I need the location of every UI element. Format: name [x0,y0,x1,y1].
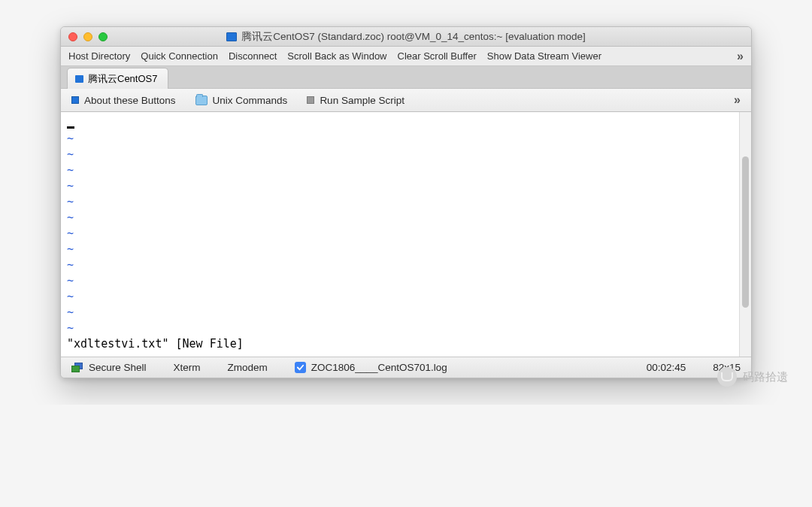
app-window: 腾讯云CentOS7 (Standard.zoc) root@VM_0_14_c… [60,26,752,378]
minimize-button[interactable] [83,32,92,41]
vim-tilde-line: ~ [67,226,74,240]
menubar-overflow-icon[interactable]: » [737,50,744,63]
terminal-app-icon [226,32,237,41]
tabstrip: 腾讯云CentOS7 [61,66,751,89]
square-grey-icon [307,96,314,104]
vim-status-line: "xdltestvi.txt" [New File] [67,337,244,351]
window-title: 腾讯云CentOS7 (Standard.zoc) root@VM_0_14_c… [241,30,586,44]
vim-tilde-line: ~ [67,305,74,319]
status-elapsed-time: 00:02:45 [647,362,686,373]
vim-tilde-line: ~ [67,290,74,303]
traffic-lights [68,32,108,41]
status-logfile[interactable]: ZOC1806____CentOS701.log [295,362,447,373]
vim-tilde-line: ~ [67,242,74,256]
terminal-output[interactable]: ~ ~ ~ ~ ~ ~ ~ ~ ~ ~ ~ ~ ~ "xdltestvi.txt… [61,112,739,357]
menu-show-data-stream-viewer[interactable]: Show Data Stream Viewer [487,50,601,62]
quickbar-about-label: About these Buttons [84,95,176,106]
quickbar-overflow-icon[interactable]: » [734,93,741,107]
menu-host-directory[interactable]: Host Directory [68,50,130,62]
vim-tilde-line: ~ [67,179,74,193]
vim-tilde-line: ~ [67,321,74,335]
vim-tilde-line: ~ [67,132,74,145]
status-elapsed-label: 00:02:45 [647,362,686,373]
vim-tilde-line: ~ [67,258,74,272]
folder-icon [195,96,208,105]
terminal-tab-icon [75,75,83,83]
quickbar-about-button[interactable]: About these Buttons [71,95,176,106]
menubar: Host Directory Quick Connection Disconne… [61,47,751,66]
vim-tilde-line: ~ [67,147,74,161]
status-term-label: Xterm [174,362,201,373]
quickbar: About these Buttons Unix Commands Run Sa… [61,89,751,112]
terminal-area: ~ ~ ~ ~ ~ ~ ~ ~ ~ ~ ~ ~ ~ "xdltestvi.txt… [61,112,751,357]
maximize-button[interactable] [98,32,108,41]
scrollbar-thumb[interactable] [742,156,749,308]
menu-scroll-back-as-window[interactable]: Scroll Back as Window [287,50,386,62]
vim-tilde-line: ~ [67,274,74,287]
scrollbar-track[interactable] [739,112,751,357]
quickbar-run-sample-button[interactable]: Run Sample Script [307,95,404,106]
menu-quick-connection[interactable]: Quick Connection [141,50,218,62]
statusbar: Secure Shell Xterm Zmodem ZOC1806____Cen… [61,357,751,378]
titlebar: 腾讯云CentOS7 (Standard.zoc) root@VM_0_14_c… [61,27,751,47]
status-protocol-label: Secure Shell [89,362,147,373]
status-transfer-protocol[interactable]: Zmodem [228,362,268,373]
menu-disconnect[interactable]: Disconnect [229,50,277,62]
status-protocol[interactable]: Secure Shell [71,362,147,373]
vim-tilde-line: ~ [67,211,74,224]
menu-clear-scroll-buffer[interactable]: Clear Scroll Buffer [398,50,477,62]
square-blue-icon [71,96,79,104]
status-transfer-label: Zmodem [228,362,268,373]
tab-session-centos7[interactable]: 腾讯云CentOS7 [67,68,168,89]
quickbar-unix-label: Unix Commands [213,95,288,106]
wechat-icon [717,367,737,387]
tab-label: 腾讯云CentOS7 [88,72,157,86]
status-logfile-label: ZOC1806____CentOS701.log [311,362,447,373]
text-cursor [67,126,74,129]
vim-tilde-line: ~ [67,195,74,208]
status-terminal-type[interactable]: Xterm [174,362,201,373]
shell-protocol-icon [71,363,83,373]
watermark-text: 码路拾遗 [743,370,788,384]
vim-tilde-line: ~ [67,163,74,177]
checkbox-checked-icon[interactable] [295,362,306,373]
quickbar-unix-commands-button[interactable]: Unix Commands [195,95,288,106]
quickbar-sample-label: Run Sample Script [320,95,404,106]
watermark: 码路拾遗 [717,367,788,387]
close-button[interactable] [68,32,77,41]
